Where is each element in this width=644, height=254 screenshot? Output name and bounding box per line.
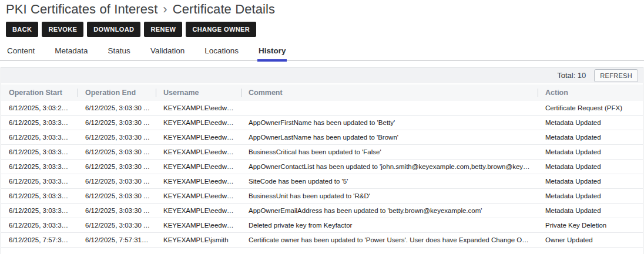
table-row: 6/12/2025, 3:03:30 AM6/12/2025, 3:03:30 … bbox=[1, 116, 643, 130]
column-header-operation-end: Operation End bbox=[78, 84, 156, 101]
cell-username: KEYEXAMPLE\jsmith bbox=[156, 233, 241, 248]
breadcrumb-parent: PKI Certificates of Interest bbox=[6, 2, 157, 16]
tab-validation[interactable]: Validation bbox=[149, 44, 186, 62]
cell-operation-end: 6/12/2025, 3:03:30 AM bbox=[78, 174, 156, 189]
cell-action: Owner Updated bbox=[538, 233, 643, 248]
cell-username: KEYEXAMPLE\eedwards bbox=[156, 145, 241, 160]
change-owner-button[interactable]: CHANGE OWNER bbox=[186, 22, 256, 37]
cell-operation-start: 6/12/2025, 3:03:30 AM bbox=[1, 189, 78, 204]
renew-button[interactable]: RENEW bbox=[144, 22, 182, 37]
cell-comment: AppOwnerLastName has been updated to 'Br… bbox=[241, 130, 538, 145]
column-header-comment: Comment bbox=[241, 84, 538, 101]
table-toolbar: Total: 10 REFRESH bbox=[1, 67, 643, 84]
table-row: 6/12/2025, 3:03:30 AM6/12/2025, 3:03:30 … bbox=[1, 204, 643, 218]
table-row: 6/12/2025, 3:03:29 AM6/12/2025, 3:03:30 … bbox=[1, 101, 643, 116]
cell-comment: Certificate owner has been updated to 'P… bbox=[241, 233, 538, 248]
cell-operation-end: 6/12/2025, 3:03:30 AM bbox=[78, 130, 156, 145]
cell-operation-start: 6/12/2025, 3:03:30 AM bbox=[1, 204, 78, 218]
cell-operation-start: 6/12/2025, 3:03:30 AM bbox=[1, 130, 78, 145]
page-title: PKI Certificates of Interest›Certificate… bbox=[0, 0, 644, 17]
cell-action: Metadata Updated bbox=[538, 204, 643, 218]
cell-action: Metadata Updated bbox=[538, 189, 643, 204]
tab-status[interactable]: Status bbox=[107, 44, 132, 62]
revoke-button[interactable]: REVOKE bbox=[42, 22, 83, 37]
cell-operation-end: 6/12/2025, 3:03:30 AM bbox=[78, 145, 156, 160]
table-row: 6/12/2025, 3:03:30 AM6/12/2025, 3:03:30 … bbox=[1, 189, 643, 204]
cell-action: Metadata Updated bbox=[538, 145, 643, 160]
breadcrumb-current: Certificate Details bbox=[173, 2, 275, 16]
cell-operation-start: 6/12/2025, 3:03:30 AM bbox=[1, 174, 78, 189]
tab-metadata[interactable]: Metadata bbox=[53, 44, 89, 62]
cell-username: KEYEXAMPLE\eedwards bbox=[156, 116, 241, 130]
cell-username: KEYEXAMPLE\eedwards bbox=[156, 204, 241, 218]
cell-operation-start: 6/12/2025, 3:03:30 AM bbox=[1, 218, 78, 233]
breadcrumb-chevron-icon: › bbox=[163, 2, 167, 16]
table-row: 6/12/2025, 3:03:30 AM6/12/2025, 3:03:30 … bbox=[1, 130, 643, 145]
cell-action: Metadata Updated bbox=[538, 174, 643, 189]
tab-locations[interactable]: Locations bbox=[203, 44, 240, 62]
table-row: 6/12/2025, 3:03:30 AM6/12/2025, 3:03:30 … bbox=[1, 145, 643, 160]
cell-operation-end: 6/12/2025, 3:03:30 AM bbox=[78, 218, 156, 233]
cell-username: KEYEXAMPLE\eedwards bbox=[156, 218, 241, 233]
action-button-bar: BACKREVOKEDOWNLOADRENEWCHANGE OWNER bbox=[0, 17, 644, 37]
cell-operation-end: 6/12/2025, 3:03:30 AM bbox=[78, 189, 156, 204]
cell-action: Certificate Request (PFX) bbox=[538, 101, 643, 116]
cell-comment: BusinessCritical has been updated to 'Fa… bbox=[241, 145, 538, 160]
cell-operation-start: 6/12/2025, 3:03:30 AM bbox=[1, 160, 78, 174]
cell-username: KEYEXAMPLE\eedwards bbox=[156, 189, 241, 204]
cell-action: Metadata Updated bbox=[538, 160, 643, 174]
cell-operation-end: 6/12/2025, 3:03:30 AM bbox=[78, 160, 156, 174]
cell-username: KEYEXAMPLE\eedwards bbox=[156, 160, 241, 174]
tab-content[interactable]: Content bbox=[6, 44, 36, 62]
cell-comment: AppOwnerFirstName has been updated to 'B… bbox=[241, 116, 538, 130]
refresh-button[interactable]: REFRESH bbox=[594, 69, 638, 82]
cell-comment: SiteCode has been updated to '5' bbox=[241, 174, 538, 189]
table-row: 6/12/2025, 3:03:30 AM6/12/2025, 3:03:30 … bbox=[1, 160, 643, 174]
total-count: Total: 10 bbox=[557, 71, 586, 80]
cell-action: Private Key Deletion bbox=[538, 218, 643, 233]
cell-action: Metadata Updated bbox=[538, 130, 643, 145]
cell-operation-end: 6/12/2025, 7:57:31 PM bbox=[78, 233, 156, 248]
cell-operation-start: 6/12/2025, 7:57:31 PM bbox=[1, 233, 78, 248]
tab-history[interactable]: History bbox=[257, 44, 287, 62]
cell-comment bbox=[241, 101, 538, 116]
column-header-operation-start: Operation Start bbox=[1, 84, 78, 101]
table-row: 6/12/2025, 3:03:30 AM6/12/2025, 3:03:30 … bbox=[1, 218, 643, 233]
cell-operation-end: 6/12/2025, 3:03:30 AM bbox=[78, 101, 156, 116]
cell-username: KEYEXAMPLE\eedwards bbox=[156, 174, 241, 189]
history-table: Operation StartOperation EndUsernameComm… bbox=[1, 84, 643, 248]
table-row: 6/12/2025, 7:57:31 PM6/12/2025, 7:57:31 … bbox=[1, 233, 643, 248]
cell-operation-end: 6/12/2025, 3:03:30 AM bbox=[78, 116, 156, 130]
download-button[interactable]: DOWNLOAD bbox=[87, 22, 140, 37]
cell-operation-start: 6/12/2025, 3:03:30 AM bbox=[1, 145, 78, 160]
cell-action: Metadata Updated bbox=[538, 116, 643, 130]
cell-operation-start: 6/12/2025, 3:03:29 AM bbox=[1, 101, 78, 116]
certificate-details-page: PKI Certificates of Interest›Certificate… bbox=[0, 0, 644, 254]
column-header-username: Username bbox=[156, 84, 241, 101]
cell-comment: AppOwnerEmailAddress has been updated to… bbox=[241, 204, 538, 218]
cell-comment: Deleted private key from Keyfactor bbox=[241, 218, 538, 233]
cell-operation-end: 6/12/2025, 3:03:30 AM bbox=[78, 204, 156, 218]
cell-comment: AppOwnerContactList has been updated to … bbox=[241, 160, 538, 174]
table-row: 6/12/2025, 3:03:30 AM6/12/2025, 3:03:30 … bbox=[1, 174, 643, 189]
cell-username: KEYEXAMPLE\eedwards bbox=[156, 101, 241, 116]
cell-username: KEYEXAMPLE\eedwards bbox=[156, 130, 241, 145]
cell-comment: BusinessUnit has been updated to 'R&D' bbox=[241, 189, 538, 204]
back-button[interactable]: BACK bbox=[6, 22, 38, 37]
cell-operation-start: 6/12/2025, 3:03:30 AM bbox=[1, 116, 78, 130]
column-header-action: Action bbox=[538, 84, 643, 101]
history-panel: Total: 10 REFRESH Operation StartOperati… bbox=[1, 67, 643, 254]
table-header: Operation StartOperation EndUsernameComm… bbox=[1, 84, 643, 101]
tab-bar: ContentMetadataStatusValidationLocations… bbox=[0, 44, 644, 61]
